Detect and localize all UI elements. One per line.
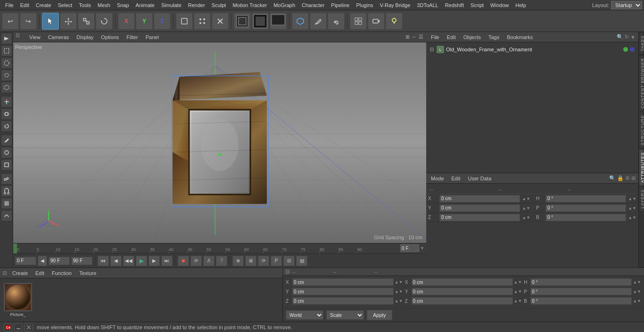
- z-axis-button[interactable]: Z: [154, 13, 171, 30]
- menu-mesh[interactable]: Mesh: [94, 1, 114, 9]
- attr-lock-icon[interactable]: 🔒: [617, 175, 624, 181]
- play-btn[interactable]: ▶: [136, 256, 147, 266]
- menu-help[interactable]: Help: [512, 1, 529, 9]
- sidebar-btn-3[interactable]: [1, 57, 12, 69]
- end-frame-input2[interactable]: [71, 257, 92, 265]
- coord-sy-input[interactable]: [412, 288, 513, 295]
- menu-create[interactable]: Create: [33, 1, 55, 9]
- scale-dropdown[interactable]: Scale: [326, 310, 364, 320]
- loop-btn[interactable]: ⟳: [190, 256, 202, 266]
- viewport-settings-icon[interactable]: ☰: [419, 34, 423, 40]
- obj-menu-objects[interactable]: Objects: [462, 33, 483, 41]
- rotate-tool-button[interactable]: [96, 13, 113, 30]
- menu-script[interactable]: Script: [467, 1, 487, 9]
- status-icon-3[interactable]: [25, 323, 33, 332]
- object-mode-button[interactable]: [176, 13, 193, 30]
- coord-x-input[interactable]: [292, 278, 394, 286]
- menu-plugins[interactable]: Plugins: [353, 1, 376, 9]
- material-item-picture[interactable]: Picture_: [4, 283, 32, 317]
- vtab-attributes[interactable]: Attributes: [639, 149, 644, 186]
- menu-window[interactable]: Window: [487, 1, 512, 9]
- coord-y-input[interactable]: [292, 288, 394, 295]
- attr-menu-userdata[interactable]: User Data: [466, 175, 494, 182]
- coord-b-input[interactable]: [530, 297, 632, 305]
- menu-animate[interactable]: Animate: [132, 1, 158, 9]
- menu-edit[interactable]: Edit: [17, 1, 33, 9]
- select-tool-button[interactable]: [42, 13, 59, 30]
- attr-menu-edit[interactable]: Edit: [450, 175, 462, 182]
- menu-sculpt[interactable]: Sculpt: [208, 1, 230, 9]
- attr-settings-icon[interactable]: ⚙: [625, 175, 630, 181]
- sidebar-btn-8[interactable]: [1, 135, 12, 146]
- t-rotate-btn[interactable]: ⟳: [258, 256, 269, 266]
- timeline-ruler[interactable]: 0 5 10 15 20 25 30 35 40 45 50 55 60 65 …: [13, 243, 426, 253]
- coord-sx-input[interactable]: [412, 278, 513, 286]
- viewport-3d[interactable]: Perspective Grid Spacing : 10 cm Y X Z: [13, 42, 426, 243]
- coord-z-input[interactable]: [292, 297, 394, 305]
- sidebar-btn-2[interactable]: [1, 45, 12, 57]
- play-back-btn[interactable]: ◀◀: [123, 256, 134, 266]
- menu-vray[interactable]: V-Ray Bridge: [377, 1, 414, 9]
- sidebar-btn-11[interactable]: [1, 173, 12, 185]
- mat-menu-function[interactable]: Function: [50, 269, 74, 277]
- edge-mode-button[interactable]: [212, 13, 229, 30]
- x-axis-button[interactable]: X: [118, 13, 135, 30]
- attr-input-y[interactable]: [439, 204, 520, 212]
- vtab-takes[interactable]: Takes: [639, 32, 644, 55]
- coord-sz-input[interactable]: [412, 297, 513, 305]
- material-swatch-picture[interactable]: [4, 283, 32, 311]
- mat-menu-texture[interactable]: Texture: [77, 269, 98, 277]
- auto-key-btn[interactable]: A: [203, 256, 215, 266]
- point-mode-button[interactable]: [194, 13, 211, 30]
- vp-menu-display[interactable]: Display: [74, 33, 95, 41]
- menu-render[interactable]: Render: [185, 1, 208, 9]
- object-vis-dot[interactable]: [623, 47, 628, 52]
- attr-input-x[interactable]: [439, 195, 520, 202]
- end-frame-input[interactable]: [49, 257, 70, 265]
- menu-3dtoall[interactable]: 3DToALL: [413, 1, 441, 9]
- vp-menu-filter[interactable]: Filter: [124, 33, 140, 41]
- obj-menu-bookmarks[interactable]: Bookmarks: [505, 33, 535, 41]
- viewport-icon-1[interactable]: [16, 33, 19, 37]
- sidebar-btn-12[interactable]: [1, 186, 12, 197]
- t-snap-btn[interactable]: P: [271, 256, 282, 266]
- t-move-btn[interactable]: ⊕: [232, 256, 244, 266]
- mat-menu-edit[interactable]: Edit: [33, 269, 46, 277]
- render-active-view-button[interactable]: [252, 13, 269, 30]
- vtab-content-browser[interactable]: Content Browser: [639, 55, 644, 112]
- attr-input-h[interactable]: [545, 195, 626, 202]
- render-all-button[interactable]: [270, 13, 287, 30]
- t-scale-btn[interactable]: ⊞: [245, 256, 256, 266]
- y-axis-button[interactable]: Y: [136, 13, 153, 30]
- menu-mograph[interactable]: MoGraph: [270, 1, 298, 9]
- record-btn[interactable]: ⏺: [178, 256, 189, 266]
- object-collapse-icon[interactable]: [430, 48, 434, 51]
- search-icon[interactable]: 🔍: [617, 34, 623, 40]
- help-btn[interactable]: ?: [216, 256, 227, 266]
- obj-menu-edit[interactable]: Edit: [445, 33, 458, 41]
- prev-frame-btn[interactable]: ◀: [38, 256, 47, 266]
- attr-search-icon[interactable]: 🔍: [609, 175, 616, 181]
- undo-button[interactable]: ↩: [2, 13, 19, 30]
- menu-character[interactable]: Character: [298, 1, 328, 9]
- object-render-dot[interactable]: [630, 47, 635, 52]
- t-grid-btn[interactable]: ⊟: [283, 256, 295, 266]
- apply-button[interactable]: Apply: [367, 310, 392, 320]
- layout-select[interactable]: Startup: [611, 1, 642, 9]
- light-button[interactable]: [386, 13, 403, 30]
- menu-tools[interactable]: Tools: [75, 1, 94, 9]
- render-region-button[interactable]: [234, 13, 251, 30]
- sidebar-btn-14[interactable]: [1, 210, 12, 221]
- sidebar-btn-4[interactable]: [1, 70, 12, 81]
- knot-button[interactable]: [328, 13, 345, 30]
- world-dropdown[interactable]: World: [286, 310, 323, 320]
- attr-input-b[interactable]: [545, 214, 626, 221]
- vtab-structure[interactable]: Structure: [639, 112, 644, 149]
- menu-snap[interactable]: Snap: [114, 1, 132, 9]
- sidebar-btn-7[interactable]: [1, 121, 12, 132]
- attr-menu-mode[interactable]: Mode: [429, 175, 446, 182]
- menu-redshift[interactable]: Redshift: [442, 1, 467, 9]
- menu-pipeline[interactable]: Pipeline: [328, 1, 353, 9]
- coord-p-input[interactable]: [530, 288, 632, 295]
- menu-select[interactable]: Select: [55, 1, 76, 9]
